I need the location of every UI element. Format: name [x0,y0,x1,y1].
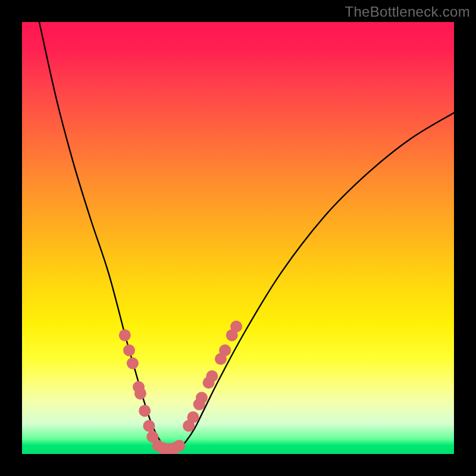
bottleneck-curve [39,22,454,451]
curve-layer [22,22,454,454]
marker-dot [206,370,218,382]
marker-dot [119,329,131,341]
marker-dot [196,392,208,404]
marker-dot [139,405,151,416]
marker-dot [219,345,231,356]
chart-frame: TheBottleneck.com [0,0,476,476]
watermark-text: TheBottleneck.com [345,4,470,20]
marker-dot [230,321,242,333]
plot-area [22,22,454,454]
marker-dot [173,440,185,452]
marker-dot [134,387,146,399]
marker-dot [187,411,199,423]
marker-dot [123,345,135,356]
marker-dot [127,358,139,369]
marker-dot [143,420,155,432]
